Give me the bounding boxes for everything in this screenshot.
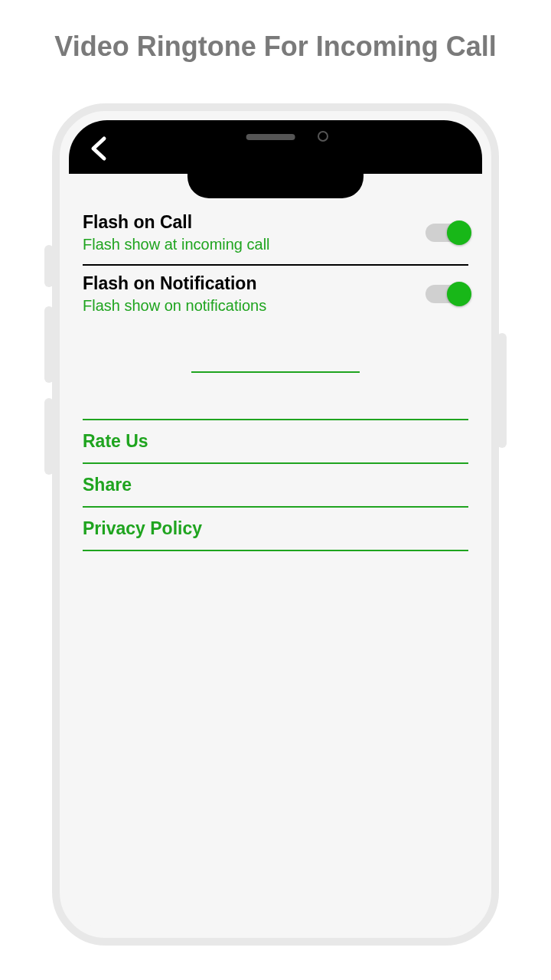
privacy-policy-link[interactable]: Privacy Policy	[83, 508, 468, 551]
setting-subtitle: Flash show on notifications	[83, 297, 425, 315]
share-link[interactable]: Share	[83, 464, 468, 508]
phone-side-button	[44, 245, 54, 287]
phone-side-button	[497, 333, 507, 448]
setting-flash-on-notification: Flash on Notification Flash show on noti…	[83, 266, 468, 325]
setting-title: Flash on Call	[83, 212, 425, 233]
toggle-knob	[447, 220, 471, 245]
phone-camera	[318, 131, 328, 142]
toggle-knob	[447, 282, 471, 306]
phone-side-button	[44, 398, 54, 475]
rate-us-link[interactable]: Rate Us	[83, 420, 468, 464]
phone-speaker	[246, 134, 295, 140]
flash-on-notification-toggle[interactable]	[425, 285, 468, 303]
setting-subtitle: Flash show at incoming call	[83, 236, 425, 253]
links-section: Rate Us Share Privacy Policy	[83, 419, 468, 551]
page-title: Video Ringtone For Incoming Call	[0, 0, 551, 63]
setting-text: Flash on Call Flash show at incoming cal…	[83, 212, 425, 253]
section-divider	[191, 371, 360, 373]
phone-frame: Flash on Call Flash show at incoming cal…	[52, 103, 499, 946]
back-button[interactable]	[89, 136, 109, 162]
phone-notch	[69, 120, 482, 174]
app-screen: Flash on Call Flash show at incoming cal…	[69, 174, 482, 929]
chevron-left-icon	[89, 136, 109, 162]
setting-flash-on-call: Flash on Call Flash show at incoming cal…	[83, 204, 468, 266]
phone-side-button	[44, 306, 54, 383]
setting-text: Flash on Notification Flash show on noti…	[83, 273, 425, 315]
setting-title: Flash on Notification	[83, 273, 425, 294]
flash-on-call-toggle[interactable]	[425, 224, 468, 242]
